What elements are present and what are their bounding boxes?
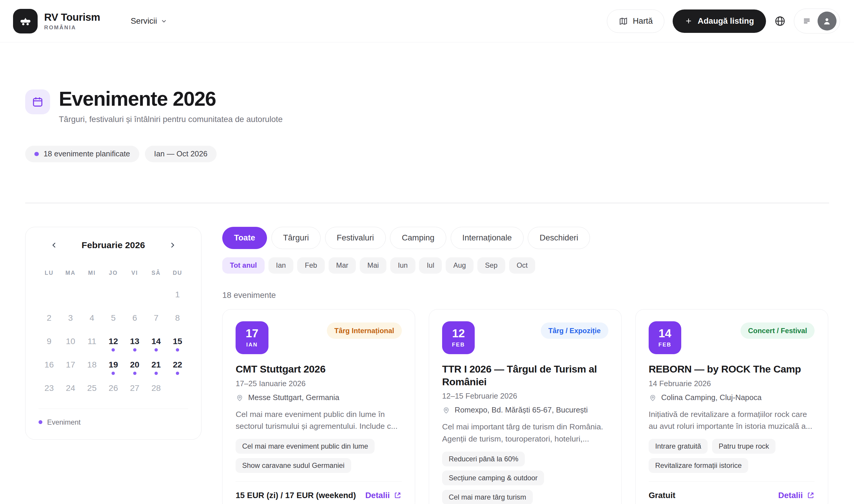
calendar-day-1[interactable]: 1 <box>167 283 188 306</box>
event-card-cmt-stuttgart: 17 IAN Târg Internațional CMT Stuttgart … <box>222 309 415 504</box>
nav-services-menu[interactable]: Servicii <box>131 16 167 26</box>
calendar-day-13[interactable]: 13 <box>124 329 145 353</box>
event-date-range: 17–25 Ianuarie 2026 <box>236 379 402 388</box>
calendar-day-empty <box>167 376 188 400</box>
map-button[interactable]: Hartă <box>607 10 664 33</box>
calendar-weekday-row: LU MA MI JO VI SÂ DU <box>38 270 188 276</box>
month-chip-iun[interactable]: Iun <box>390 257 415 274</box>
event-location-row: Colina Camping, Cluj-Napoca <box>649 393 815 402</box>
month-chip-mar[interactable]: Mar <box>329 257 356 274</box>
event-tag: Show caravane sudul Germaniei <box>236 458 351 473</box>
calendar-day-4[interactable]: 4 <box>81 306 103 329</box>
calendar-day-5[interactable]: 5 <box>103 306 124 329</box>
calendar-day-26[interactable]: 26 <box>103 376 124 400</box>
event-tag: Secțiune camping & outdoor <box>442 470 544 485</box>
calendar-day-17[interactable]: 17 <box>60 353 81 376</box>
calendar-day-23[interactable]: 23 <box>38 376 60 400</box>
event-date-tile: 12 FEB <box>442 321 475 354</box>
event-price: 15 EUR (zi) / 17 EUR (weekend) <box>236 491 356 500</box>
category-chip-deschideri[interactable]: Deschideri <box>528 227 590 249</box>
external-link-icon <box>394 491 402 500</box>
event-card-head: 12 FEB Târg / Expoziție <box>442 321 608 354</box>
event-month: FEB <box>452 341 465 348</box>
event-date-range: 12–15 Februarie 2026 <box>442 392 608 400</box>
page-title: Evenimente 2026 <box>59 87 283 110</box>
weekday-label: MI <box>81 270 103 276</box>
brand-logo[interactable] <box>13 9 38 34</box>
calendar-day-27[interactable]: 27 <box>124 376 145 400</box>
calendar-day-2[interactable]: 2 <box>38 306 60 329</box>
month-chip-iul[interactable]: Iul <box>419 257 442 274</box>
event-date-tile: 17 IAN <box>236 321 268 354</box>
event-dot <box>154 372 158 375</box>
event-tag: Reduceri până la 60% <box>442 452 525 466</box>
event-dot <box>38 420 42 424</box>
add-listing-button[interactable]: Adaugă listing <box>673 10 766 33</box>
month-chip-feb[interactable]: Feb <box>297 257 325 274</box>
calendar-day-19[interactable]: 19 <box>103 353 124 376</box>
event-title: TTR I 2026 — Târgul de Turism al Românie… <box>442 363 608 388</box>
calendar-day-3[interactable]: 3 <box>60 306 81 329</box>
calendar-day-empty <box>124 283 145 306</box>
month-chip-aug[interactable]: Aug <box>446 257 473 274</box>
calendar-day-10[interactable]: 10 <box>60 329 81 353</box>
external-link-icon <box>806 491 815 500</box>
calendar-day-7[interactable]: 7 <box>145 306 167 329</box>
category-chip-toate[interactable]: Toate <box>222 227 267 249</box>
calendar-day-25[interactable]: 25 <box>81 376 103 400</box>
event-location: Colina Camping, Cluj-Napoca <box>661 393 762 402</box>
event-dot <box>133 372 136 375</box>
calendar-day-6[interactable]: 6 <box>124 306 145 329</box>
mini-calendar: Februarie 2026 LU MA MI JO VI SÂ DU 1234… <box>25 227 202 440</box>
details-label: Detalii <box>778 491 803 500</box>
month-chip-mai[interactable]: Mai <box>360 257 386 274</box>
calendar-day-8[interactable]: 8 <box>167 306 188 329</box>
calendar-prev-button[interactable] <box>49 240 59 250</box>
event-tag: Intrare gratuită <box>649 439 708 454</box>
details-link[interactable]: Detalii <box>365 491 402 500</box>
calendar-day-21[interactable]: 21 <box>145 353 167 376</box>
calendar-day-18[interactable]: 18 <box>81 353 103 376</box>
category-chip-camping[interactable]: Camping <box>390 227 446 249</box>
category-filter-row: Toate Târguri Festivaluri Camping Intern… <box>222 227 828 249</box>
event-location: Messe Stuttgart, Germania <box>248 393 339 402</box>
calendar-header: Februarie 2026 <box>38 240 188 250</box>
calendar-day-12[interactable]: 12 <box>103 329 124 353</box>
event-card-head: 17 IAN Târg Internațional <box>236 321 402 354</box>
month-chip-tot-anul[interactable]: Tot anul <box>222 257 265 274</box>
event-dot <box>133 348 136 352</box>
calendar-day-24[interactable]: 24 <box>60 376 81 400</box>
page: RV Tourism ROMÂNIA Servicii Hartă Adau <box>0 0 854 504</box>
category-chip-targuri[interactable]: Târguri <box>272 227 321 249</box>
category-chip-festivaluri[interactable]: Festivaluri <box>325 227 386 249</box>
language-globe-button[interactable] <box>774 15 786 27</box>
calendar-day-22[interactable]: 22 <box>167 353 188 376</box>
calendar-day-11[interactable]: 11 <box>81 329 103 353</box>
event-location-row: Romexpo, Bd. Mărăști 65-67, București <box>442 406 608 414</box>
event-day: 17 <box>246 328 258 339</box>
hero-title-row: Evenimente 2026 Târguri, festivaluri și … <box>25 87 830 124</box>
event-month: IAN <box>246 341 258 348</box>
month-chip-sep[interactable]: Sep <box>477 257 505 274</box>
event-title: REBORN — by ROCK The Camp <box>649 363 815 376</box>
weekday-label: MA <box>60 270 81 276</box>
calendar-divider <box>38 409 188 409</box>
calendar-day-9[interactable]: 9 <box>38 329 60 353</box>
event-dot <box>154 348 158 352</box>
calendar-day-15[interactable]: 15 <box>167 329 188 353</box>
brand-block[interactable]: RV Tourism ROMÂNIA <box>44 12 100 31</box>
calendar-day-16[interactable]: 16 <box>38 353 60 376</box>
event-card-head: 14 FEB Concert / Festival <box>649 321 815 354</box>
calendar-day-20[interactable]: 20 <box>124 353 145 376</box>
date-range-badge-label: Ian — Oct 2026 <box>154 149 207 158</box>
details-link[interactable]: Detalii <box>778 491 815 500</box>
calendar-day-28[interactable]: 28 <box>145 376 167 400</box>
calendar-next-button[interactable] <box>168 240 177 250</box>
month-chip-ian[interactable]: Ian <box>268 257 294 274</box>
category-chip-internationale[interactable]: Internaționale <box>451 227 524 249</box>
calendar-day-14[interactable]: 14 <box>145 329 167 353</box>
account-menu-button[interactable] <box>794 8 840 34</box>
calendar-month-label: Februarie 2026 <box>82 240 145 250</box>
month-chip-oct[interactable]: Oct <box>509 257 536 274</box>
brand-country: ROMÂNIA <box>44 24 100 31</box>
